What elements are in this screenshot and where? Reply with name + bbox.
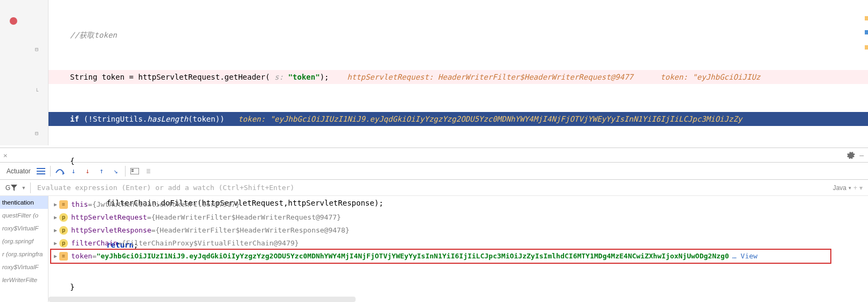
frame-item[interactable]: (org.springf [0, 235, 48, 248]
close-icon[interactable]: × [0, 151, 11, 159]
frame-item[interactable]: lerWriterFilte [0, 273, 48, 286]
code-editor[interactable]: //获取token String token = httpServletRequ… [48, 0, 868, 145]
g-label: G [0, 184, 9, 192]
step-out-icon[interactable]: ↑ [95, 164, 109, 178]
gear-icon[interactable] [846, 151, 855, 159]
frames-panel[interactable]: thentication questFilter (o roxy$Virtual… [0, 196, 48, 302]
stack-icon[interactable] [34, 164, 48, 178]
step-over-icon[interactable] [53, 164, 67, 178]
expand-icon[interactable]: ▶ [52, 198, 59, 211]
dropdown-icon[interactable]: ▾ [19, 181, 28, 195]
code-text: String [70, 73, 98, 81]
variables-panel[interactable]: ▶ ≡ this = {JwtAuthenticationTokenFilter… [48, 196, 868, 302]
evaluate-row: G ▾ Evaluate expression (Enter) or add a… [0, 180, 868, 196]
variable-row[interactable]: ▶ ≡ this = {JwtAuthenticationTokenFilter… [48, 198, 868, 211]
frame-item[interactable]: thentication [0, 196, 48, 209]
breakpoint-icon[interactable] [10, 17, 17, 25]
trace-icon[interactable]: ≣ [142, 164, 156, 178]
filter-icon[interactable] [9, 181, 19, 195]
evaluate-input[interactable]: Evaluate expression (Enter) or add a wat… [33, 184, 833, 192]
frame-item[interactable]: questFilter (o [0, 209, 48, 222]
variable-row[interactable]: ▶ p filterChain = {FilterChainProxy$Virt… [48, 237, 868, 250]
add-watch-icon[interactable]: + [853, 184, 857, 192]
svg-rect-2 [37, 173, 45, 174]
svg-rect-1 [37, 171, 45, 172]
debug-toolbar: Actuator ↓ ↓ ↑ ↘ ≣ [0, 163, 868, 180]
lang-selector[interactable]: Java [833, 184, 846, 192]
code-comment: //获取token [70, 31, 117, 39]
param-icon: p [59, 226, 68, 235]
marker-stripe [865, 16, 868, 20]
fold-end-icon: └ [35, 88, 40, 94]
actuator-label[interactable]: Actuator [3, 167, 34, 175]
variable-row[interactable]: ▶ p httpServletRequest = {HeaderWriterFi… [48, 211, 868, 224]
frame-item[interactable]: roxy$VirtualF [0, 261, 48, 273]
param-icon: p [59, 213, 68, 222]
chevron-down-icon[interactable]: ▾ [859, 184, 863, 192]
object-icon: ≡ [59, 200, 68, 209]
variable-row[interactable]: ▶ ≡ token = "eyJhbGciOiJIUzI1NiJ9.eyJqdG… [48, 250, 868, 263]
frame-item[interactable]: roxy$VirtualF [0, 222, 48, 235]
evaluate-icon[interactable] [128, 164, 142, 178]
frame-item[interactable]: r (org.springfra [0, 248, 48, 261]
minimize-icon[interactable]: — [859, 151, 864, 159]
marker-stripe [865, 30, 868, 34]
run-to-cursor-icon[interactable]: ↘ [109, 164, 123, 178]
svg-rect-4 [131, 169, 134, 170]
variable-row[interactable]: ▶ p httpServletResponse = {HeaderWriterF… [48, 224, 868, 237]
view-link[interactable]: … View [729, 250, 758, 263]
expand-icon[interactable]: ▶ [52, 224, 59, 237]
editor-gutter: ⊟ └ ⊟ [0, 0, 48, 145]
step-into-icon[interactable]: ↓ [67, 164, 81, 178]
fold-minus-icon[interactable]: ⊟ [35, 46, 40, 52]
expand-icon[interactable]: ▶ [52, 250, 59, 263]
svg-rect-5 [131, 171, 134, 172]
expand-icon[interactable]: ▶ [52, 211, 59, 224]
param-icon: p [59, 239, 68, 248]
marker-stripe [865, 45, 868, 50]
force-step-into-icon[interactable]: ↓ [81, 164, 95, 178]
fold-minus-icon[interactable]: ⊟ [35, 130, 40, 136]
debug-tab-strip: × — [0, 148, 868, 163]
object-icon: ≡ [59, 252, 68, 261]
svg-rect-0 [37, 168, 45, 169]
expand-icon[interactable]: ▶ [52, 237, 59, 250]
